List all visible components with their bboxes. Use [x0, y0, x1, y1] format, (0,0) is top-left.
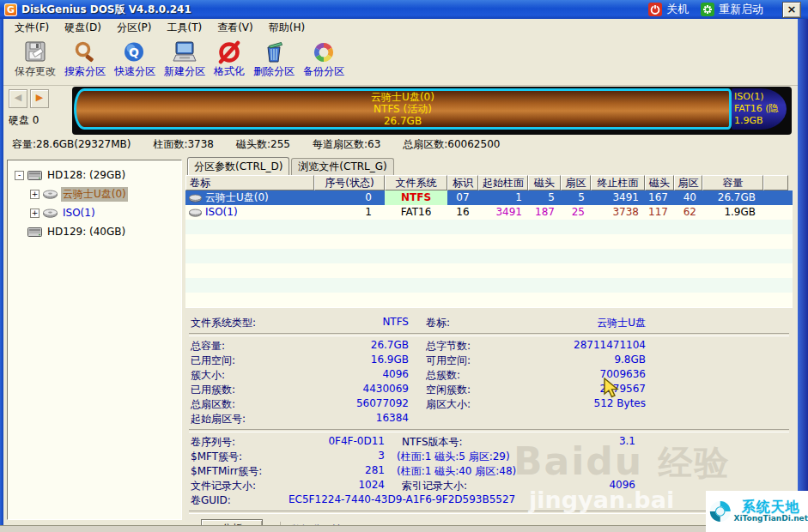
column-header-0[interactable]: 卷标	[185, 175, 314, 190]
column-header-6[interactable]: 扇区	[561, 175, 591, 190]
column-header-10[interactable]: 容量	[702, 175, 763, 190]
prev-disk-button[interactable]: ◀	[9, 89, 27, 108]
disk-info-line: 容量:28.6GB(29327MB)柱面数:3738磁头数:255每道扇区数:6…	[12, 137, 793, 154]
detail-value: 7009636	[426, 368, 646, 380]
toolbar-button-label: 删除分区	[253, 64, 295, 79]
toolbar-save-button[interactable]: 保存更改	[12, 39, 58, 80]
toolbar-search-partition-button[interactable]: 搜索分区	[62, 39, 108, 80]
column-header-3[interactable]: 标识	[447, 175, 478, 190]
table-row-1[interactable]: ISO(1)1FAT16163491187253738117621.9GB	[185, 205, 793, 220]
detail-row-4: 已用簇数:4430069空闲簇数:2579567	[185, 383, 793, 397]
cell-序号状态: 1	[314, 205, 385, 220]
table-empty-area	[185, 220, 793, 308]
shutdown-button[interactable]: 关机	[648, 2, 689, 17]
detail-value: 2579567	[426, 383, 646, 395]
tab-1[interactable]: 浏览文件(CTRL_G)	[291, 158, 393, 175]
toolbar-new-partition-button[interactable]: 新建分区	[161, 39, 208, 80]
tree-indent	[15, 227, 24, 237]
column-header-5[interactable]: 磁头	[528, 175, 561, 190]
detail-row-11: 卷GUID:EC5F1224-7440-43D9-A1F6-9F2D593B55…	[185, 493, 793, 508]
menu-item-5[interactable]: 帮助(H)	[261, 20, 313, 36]
partition-fs: NTFS (活动)	[76, 103, 729, 115]
tree-item-2[interactable]: +ISO(1)	[8, 203, 181, 222]
collapse-icon[interactable]: -	[15, 171, 24, 180]
partition-name: 云骑士U盘(0)	[76, 91, 729, 103]
detail-row-10: 文件记录大小:1024索引记录大小:4096	[185, 479, 793, 493]
cell-extra	[763, 205, 788, 220]
shutdown-label: 关机	[666, 2, 689, 17]
app-icon: G	[4, 3, 17, 16]
disk-info-4: 总扇区数:60062500	[403, 137, 500, 154]
cell-起始柱面: 3491	[478, 205, 528, 220]
toolbar-format-button[interactable]: 格式化	[211, 39, 247, 80]
detail-row-2: 已用空间:16.9GB可用空间:9.8GB	[185, 354, 793, 368]
menu-item-0[interactable]: 文件(F)	[7, 20, 57, 36]
detail-value: 28711471104	[426, 339, 646, 351]
separator	[189, 511, 789, 514]
separator	[189, 333, 789, 336]
cell-起始柱面: 1	[478, 190, 528, 205]
menu-item-3[interactable]: 工具(T)	[159, 20, 210, 36]
column-header-8[interactable]: 磁头	[645, 175, 674, 190]
menu-item-4[interactable]: 查看(V)	[210, 20, 261, 36]
window-left-border	[0, 19, 3, 532]
cell-extra	[763, 190, 788, 205]
next-disk-button[interactable]: ▶	[30, 89, 49, 108]
disk-bar-partition-0[interactable]: 云骑士U盘(0)NTFS (活动)26.7GB	[74, 88, 732, 130]
disk-tree: -HD128: (29GB)+云骑士U盘(0)+ISO(1)HD129: (40…	[7, 160, 182, 520]
detail-row-6: 起始扇区号:16384	[185, 412, 793, 426]
menu-item-1[interactable]: 硬盘(D)	[57, 20, 109, 36]
column-header-1[interactable]: 序号(状态)	[314, 175, 385, 190]
detail-value: 4430069	[191, 383, 409, 395]
column-header-7[interactable]: 终止柱面	[591, 175, 645, 190]
close-button[interactable]: ×	[782, 2, 801, 18]
cell-扇区: 40	[674, 190, 702, 205]
tab-0[interactable]: 分区参数(CTRL_D)	[187, 157, 289, 175]
detail-row-7: 卷序列号:0F4F-0D11NTFS版本号:3.1	[185, 435, 793, 450]
cell-文件系统: FAT16	[385, 205, 447, 220]
menu-item-2[interactable]: 分区(P)	[109, 20, 160, 36]
tree-item-0[interactable]: -HD128: (29GB)	[8, 166, 181, 184]
toolbar-quick-partition-button[interactable]: Q快速分区	[112, 39, 158, 80]
toolbar-backup-partition-button[interactable]: 备份分区	[301, 39, 347, 80]
cell-卷标: 云骑士U盘(0)	[185, 190, 314, 205]
cell-容量: 26.7GB	[702, 190, 763, 205]
quick-partition-icon: Q	[122, 39, 148, 64]
expand-icon[interactable]: +	[30, 190, 39, 199]
expand-icon[interactable]: +	[30, 209, 39, 218]
detail-row-9: $MFTMirr簇号:281(柱面:1 磁头:40 扇区:48)	[185, 464, 793, 479]
column-header-9[interactable]: 扇区	[674, 175, 702, 190]
partition-panel: 分区参数(CTRL_D)浏览文件(CTRL_G) 卷标序号(状态)文件系统标识起…	[185, 158, 793, 522]
cell-扇区: 5	[561, 190, 591, 205]
toolbar-button-label: 格式化	[214, 64, 245, 79]
table-row-0[interactable]: 云骑士U盘(0)0NTFS0715534911674026.7GB	[185, 190, 793, 205]
volume-icon	[43, 190, 58, 199]
detail-value: 512 Bytes	[426, 397, 646, 409]
tree-item-1[interactable]: +云骑士U盘(0)	[8, 184, 181, 203]
volume-name: 云骑士U盘(0)	[205, 190, 269, 205]
column-header-2[interactable]: 文件系统	[385, 175, 447, 190]
disk-icon	[27, 170, 42, 181]
disk-info-1: 柱面数:3738	[153, 137, 214, 154]
tree-item-label: ISO(1)	[61, 207, 97, 219]
disk-nav-arrows: ◀ ▶	[9, 89, 69, 108]
cell-扇区: 62	[674, 205, 702, 220]
separator	[189, 429, 789, 432]
partition-name: ISO(1)	[734, 91, 787, 103]
column-header-4[interactable]: 起始柱面	[478, 175, 528, 190]
cell-容量: 1.9GB	[702, 205, 763, 220]
detail-value: 4096	[191, 368, 409, 380]
toolbar-delete-partition-button[interactable]: 删除分区	[251, 39, 297, 80]
cell-磁头: 167	[645, 190, 674, 205]
window-title: DiskGenius DOS版 V4.8.0.241	[21, 3, 191, 17]
detail-value: 0F4F-0D11	[191, 435, 385, 447]
disk-bar-partition-1[interactable]: ISO(1)FAT16 (隐1.9GB	[732, 88, 787, 130]
cell-标识: 07	[447, 190, 478, 205]
toolbar-button-label: 新建分区	[164, 64, 205, 79]
volume-guid-value: EC5F1224-7440-43D9-A1F6-9F2D593B5527	[289, 493, 515, 505]
window-right-border	[798, 19, 808, 532]
restart-button[interactable]: 重新启动	[701, 2, 763, 17]
tree-item-3[interactable]: HD129: (40GB)	[8, 222, 181, 241]
detail-row-8: $MFT簇号:3(柱面:1 磁头:5 扇区:29)	[185, 450, 793, 464]
cell-磁头: 5	[528, 190, 561, 205]
